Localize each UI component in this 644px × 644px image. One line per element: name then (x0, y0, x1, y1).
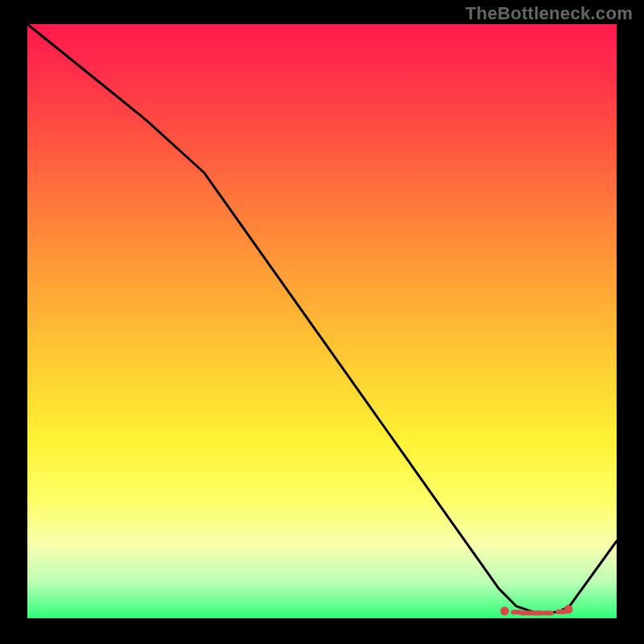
minimum-markers (501, 605, 572, 615)
chart-stage: TheBottleneck.com (0, 0, 644, 644)
watermark-label: TheBottleneck.com (465, 3, 633, 24)
bottleneck-curve (27, 24, 617, 613)
marker-dot (564, 605, 572, 613)
curve-layer (27, 24, 617, 618)
marker-dot (501, 607, 509, 615)
plot-area (27, 24, 617, 618)
